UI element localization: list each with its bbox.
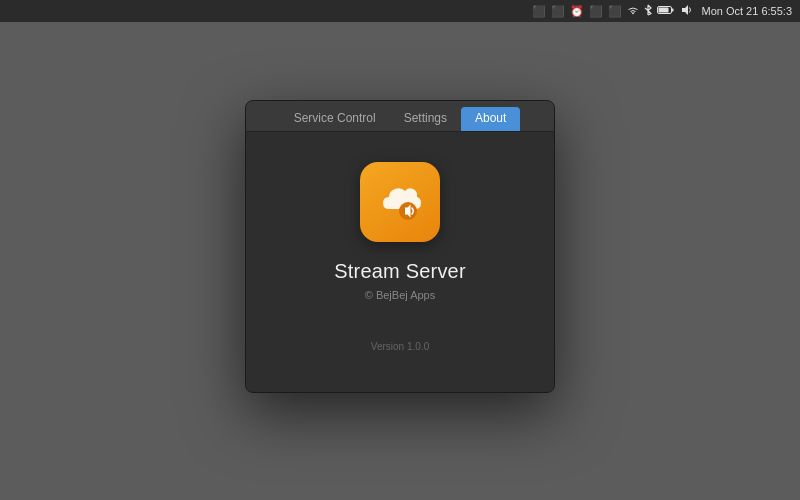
menubar-icon-wifi	[627, 5, 639, 17]
app-copyright: © BejBej Apps	[365, 289, 435, 301]
tab-bar: Service Control Settings About	[246, 101, 554, 132]
menubar-icon-clock: ⏰	[570, 5, 584, 18]
svg-rect-2	[671, 9, 673, 12]
tab-about[interactable]: About	[461, 107, 520, 131]
menubar-icons: ⬛ ⬛ ⏰ ⬛ ⬛	[532, 4, 692, 18]
menubar-icon-5: ⬛	[608, 5, 622, 18]
svg-rect-3	[658, 8, 668, 13]
svg-point-0	[632, 13, 634, 15]
menubar-icon-battery	[657, 5, 675, 17]
menubar: ⬛ ⬛ ⏰ ⬛ ⬛	[0, 0, 800, 22]
menubar-right: ⬛ ⬛ ⏰ ⬛ ⬛	[532, 4, 793, 18]
about-content: Stream Server © BejBej Apps Version 1.0.…	[246, 132, 554, 392]
app-icon-svg	[375, 177, 425, 227]
menubar-icon-4: ⬛	[589, 5, 603, 18]
tab-service-control[interactable]: Service Control	[280, 107, 390, 131]
tab-settings[interactable]: Settings	[390, 107, 461, 131]
menubar-time: Mon Oct 21 6:55:3	[702, 5, 793, 17]
app-name: Stream Server	[334, 260, 466, 283]
app-icon	[360, 162, 440, 242]
app-version: Version 1.0.0	[371, 301, 429, 352]
menubar-icon-2: ⬛	[551, 5, 565, 18]
menubar-icon-volume	[680, 4, 692, 18]
menubar-icon-1: ⬛	[532, 5, 546, 18]
app-window: Service Control Settings About Stream Se…	[245, 100, 555, 393]
menubar-icon-bluetooth	[644, 4, 652, 18]
desktop: Service Control Settings About Stream Se…	[0, 22, 800, 500]
